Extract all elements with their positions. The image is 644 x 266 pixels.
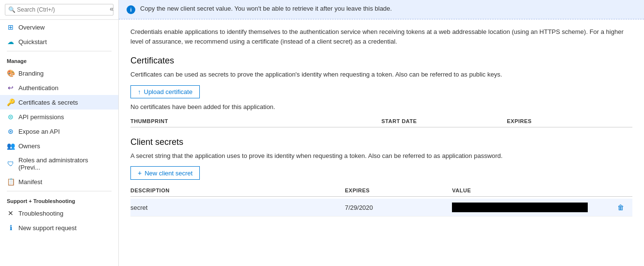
api-icon: ⊜ [7,113,15,121]
cloud-icon: ☁ [7,38,15,46]
secret-value-masked [452,203,588,212]
client-secrets-title: Client secrets [130,137,632,147]
sidebar-item-expose-api[interactable]: ⊛ Expose an API [0,124,118,139]
branding-icon: 🎨 [7,69,15,77]
certificates-table-header: THUMBPRINT START DATE EXPIRES [130,115,632,127]
auth-icon: ↩ [7,84,15,92]
support-section-header: Support + Troubleshooting [0,193,118,206]
info-banner-text: Copy the new client secret value. You wo… [140,5,392,12]
plus-icon: + [138,169,142,177]
search-input[interactable] [5,4,113,16]
search-container: 🔍 « [0,0,118,20]
client-secrets-desc: A secret string that the application use… [130,151,632,161]
upload-certificate-label: Upload certificate [144,88,193,95]
sidebar-item-certificates-secrets[interactable]: 🔑 Certificates & secrets [0,95,118,110]
sidebar-item-overview[interactable]: ⊞ Overview [0,20,118,34]
expose-icon: ⊛ [7,127,15,135]
upload-certificate-button[interactable]: ↑ Upload certificate [130,85,200,98]
wrench-icon: ✕ [7,209,15,217]
roles-icon: 🛡 [7,160,15,168]
new-client-secret-label: New client secret [145,170,193,177]
new-client-secret-button[interactable]: + New client secret [130,166,200,180]
sidebar-label-troubleshooting: Troubleshooting [18,210,64,217]
secret-col-description: DESCRIPTION [130,188,345,193]
sidebar-item-new-support[interactable]: ℹ New support request [0,220,118,235]
cert-col-thumbprint: THUMBPRINT [130,118,382,124]
sidebar-item-owners[interactable]: 👥 Owners [0,139,118,153]
owners-icon: 👥 [7,142,15,150]
main-content: i Copy the new client secret value. You … [119,0,644,266]
sidebar-label-branding: Branding [18,70,44,77]
client-secrets-section: Client secrets A secret string that the … [130,137,632,217]
intro-text: Credentials enable applications to ident… [130,27,632,46]
info-icon: i [127,5,135,14]
secret-col-action [613,188,632,193]
search-icon: 🔍 [8,6,16,13]
sidebar: 🔍 « ⊞ Overview ☁ Quickstart Manage 🎨 Bra… [0,0,119,266]
delete-secret-button[interactable]: 🗑 [613,203,632,211]
sidebar-item-quickstart[interactable]: ☁ Quickstart [0,34,118,49]
sidebar-label-roles-admins: Roles and administrators (Previ... [18,156,112,171]
secret-value-cell [452,203,613,212]
secret-col-value: VALUE [452,188,613,193]
sidebar-item-branding[interactable]: 🎨 Branding [0,66,118,80]
sidebar-label-certificates-secrets: Certificates & secrets [18,99,78,106]
sidebar-item-troubleshooting[interactable]: ✕ Troubleshooting [0,206,118,220]
no-certificates-message: No certificates have been added for this… [130,103,632,110]
divider-support [7,191,112,191]
content-area: Credentials enable applications to ident… [119,19,644,224]
cert-col-startdate: START DATE [382,118,507,124]
secret-col-expires: EXPIRES [345,188,452,193]
sidebar-item-roles-admins[interactable]: 🛡 Roles and administrators (Previ... [0,153,118,174]
table-row: secret 7/29/2020 🗑 [130,199,632,217]
upload-arrow-icon: ↑ [138,88,141,95]
sidebar-label-quickstart: Quickstart [18,38,47,46]
cert-col-expires: EXPIRES [507,118,632,124]
sidebar-label-api-permissions: API permissions [18,113,64,121]
sidebar-item-authentication[interactable]: ↩ Authentication [0,80,118,95]
sidebar-label-expose-api: Expose an API [18,128,60,135]
secret-expires: 7/29/2020 [345,204,452,211]
sidebar-item-manifest[interactable]: 📋 Manifest [0,174,118,189]
cert-icon: 🔑 [7,98,15,106]
sidebar-label-owners: Owners [18,142,40,150]
sidebar-label-new-support: New support request [18,224,77,232]
certificates-title: Certificates [130,56,632,66]
divider-manage [7,51,112,51]
support-icon: ℹ [7,224,15,232]
manage-section-header: Manage [0,53,118,66]
secret-description: secret [130,204,345,211]
sidebar-item-api-permissions[interactable]: ⊜ API permissions [0,110,118,124]
info-banner: i Copy the new client secret value. You … [119,0,644,19]
secrets-table-header: DESCRIPTION EXPIRES VALUE [130,185,632,197]
manifest-icon: 📋 [7,178,15,186]
sidebar-label-overview: Overview [18,24,45,31]
collapse-button[interactable]: « [110,5,113,13]
certificates-desc: Certificates can be used as secrets to p… [130,70,632,79]
grid-icon: ⊞ [7,23,15,31]
sidebar-label-authentication: Authentication [18,84,58,92]
sidebar-label-manifest: Manifest [18,178,42,186]
